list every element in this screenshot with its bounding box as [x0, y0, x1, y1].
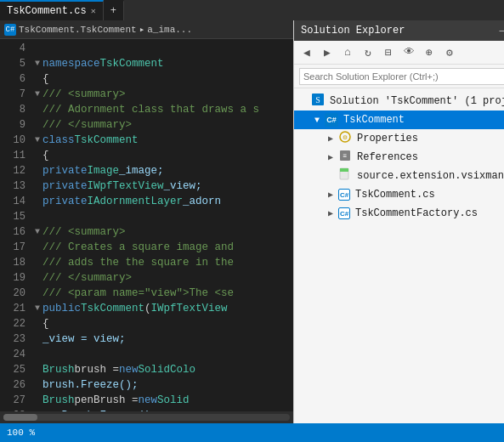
scroll-thumb[interactable]	[3, 414, 37, 421]
tab-new[interactable]: +	[104, 0, 124, 20]
se-tree[interactable]: SSolution 'TskComment' (1 project)▼C#Tsk…	[294, 88, 504, 423]
fold-icon[interactable]	[32, 43, 42, 54]
fold-icon[interactable]	[32, 258, 42, 268]
tree-item-label: References	[357, 151, 418, 163]
refresh-button[interactable]: ↻	[359, 43, 377, 62]
back-button[interactable]: ◀	[297, 43, 316, 62]
fold-icon[interactable]	[32, 288, 42, 298]
show-all-button[interactable]: 👁	[399, 43, 418, 62]
fold-icon[interactable]	[32, 395, 42, 405]
fold-icon[interactable]	[32, 319, 42, 329]
tab-tskcomment[interactable]: TskComment.cs ✕	[0, 0, 104, 20]
solution-explorer: Solution Explorer — 📌 ✕ ◀ ▶ ⌂ ↻ ⊟ 👁 ⊕ ⚙ …	[293, 20, 504, 423]
status-bar: 100 %	[0, 423, 504, 442]
code-token: _view = view;	[42, 332, 126, 347]
line-numbers: 4567891011121314151617181920212223242526…	[0, 39, 32, 411]
fold-icon[interactable]	[32, 166, 42, 176]
code-line	[32, 209, 293, 224]
code-line: brush.Freeze();	[32, 377, 293, 393]
tree-item-icon: C#	[325, 113, 338, 127]
se-search-bar: 🔍	[294, 65, 504, 88]
fold-icon[interactable]	[32, 181, 42, 191]
code-token: Image	[88, 163, 120, 178]
fold-icon[interactable]	[32, 150, 42, 161]
tree-item[interactable]: ▶⚙Properties	[294, 129, 504, 148]
code-editor[interactable]: 4567891011121314151617181920212223242526…	[0, 39, 293, 411]
code-token: brush.Freeze();	[42, 377, 139, 393]
tree-expand-icon[interactable]: ▶	[325, 151, 337, 163]
tab-close-icon[interactable]: ✕	[91, 6, 96, 16]
scroll-track[interactable]	[3, 414, 290, 421]
fold-icon[interactable]: ▼	[32, 89, 42, 99]
fold-icon[interactable]: ▼	[32, 227, 42, 237]
tree-expand-icon[interactable]: ▶	[325, 133, 337, 144]
fold-icon[interactable]	[32, 411, 42, 411]
tree-item[interactable]: SSolution 'TskComment' (1 project)	[294, 92, 504, 110]
settings-button[interactable]: ⚙	[440, 43, 459, 62]
svg-text:S: S	[315, 95, 320, 105]
fold-icon[interactable]	[32, 242, 42, 252]
code-token: _image;	[119, 163, 164, 178]
code-token: penBrush =	[75, 393, 139, 408]
se-title-label: Solution Explorer	[301, 25, 405, 37]
fold-icon[interactable]	[32, 273, 42, 283]
fold-icon[interactable]: ▼	[32, 135, 42, 145]
code-line: /// Adornment class that draws a s	[32, 102, 293, 117]
tree-item[interactable]: ▶C#TskCommentFactory.cs	[294, 204, 504, 223]
tree-item[interactable]: ▼C#TskComment	[294, 110, 504, 129]
code-lines[interactable]: ▼namespace TskComment {▼ /// <summary> /…	[32, 39, 293, 411]
tree-item-icon: ≡	[338, 149, 352, 166]
tree-item-label: Solution 'TskComment' (1 project)	[330, 95, 504, 107]
tree-item[interactable]: source.extension.vsixmanifest	[294, 167, 504, 185]
tree-item[interactable]: ▶C#TskComment.cs	[294, 185, 504, 204]
tree-item-icon: C#	[338, 207, 350, 220]
collapse-button[interactable]: ⊟	[379, 43, 398, 62]
code-line: {	[32, 71, 293, 87]
code-line: /// adds the the square in the	[32, 255, 293, 270]
fold-icon[interactable]	[32, 74, 42, 84]
code-token: class	[42, 133, 75, 148]
tree-expand-icon[interactable]: ▶	[325, 207, 337, 219]
code-token: {	[42, 71, 49, 87]
breadcrumb: C# TskComment.TskComment ▸ a_ima...	[0, 20, 293, 39]
fold-icon[interactable]	[32, 334, 42, 344]
tree-item-label: TskComment	[343, 114, 405, 126]
code-line: ▼ class TskComment	[32, 133, 293, 148]
fold-icon[interactable]	[32, 105, 42, 115]
svg-rect-7	[340, 168, 348, 172]
fold-icon[interactable]	[32, 380, 42, 390]
fold-icon[interactable]	[32, 120, 42, 130]
home-button[interactable]: ⌂	[338, 43, 357, 62]
tree-expand-icon[interactable]: ▼	[311, 114, 323, 126]
code-token: Brush	[42, 393, 75, 408]
tree-item-icon: C#	[338, 189, 350, 201]
tree-item-label: TskCommentFactory.cs	[355, 207, 478, 219]
se-title-bar: Solution Explorer — 📌 ✕	[294, 20, 504, 41]
fold-icon[interactable]	[32, 365, 42, 375]
tree-expand-icon[interactable]	[325, 170, 337, 182]
fold-icon[interactable]: ▼	[32, 303, 42, 314]
fold-icon[interactable]	[32, 349, 42, 360]
fold-icon[interactable]	[32, 196, 42, 207]
code-line: /// </summary>	[32, 270, 293, 286]
code-token: private	[42, 163, 88, 178]
tree-expand-icon[interactable]: ▶	[325, 189, 337, 201]
fold-icon[interactable]	[32, 212, 42, 222]
editor-scrollbar[interactable]	[0, 411, 293, 423]
code-token: TskComment	[75, 133, 139, 148]
search-input[interactable]	[299, 68, 504, 85]
code-token: Brush	[42, 362, 75, 377]
forward-button[interactable]: ▶	[318, 43, 337, 62]
code-line: {	[32, 148, 293, 163]
tab-new-label: +	[110, 5, 116, 17]
tree-item[interactable]: ▶≡References	[294, 148, 504, 167]
tree-expand-icon[interactable]	[297, 95, 309, 107]
fold-icon[interactable]: ▼	[32, 59, 42, 69]
tab-label: TskComment.cs	[7, 5, 87, 17]
se-minimize-btn[interactable]: —	[500, 26, 504, 36]
code-line: private IAdornmentLayer _adorn	[32, 194, 293, 209]
code-token: _adorn	[183, 194, 221, 209]
filter-button[interactable]: ⊕	[420, 43, 439, 62]
breadcrumb-member: a_ima...	[147, 25, 192, 35]
editor-panel: C# TskComment.TskComment ▸ a_ima... 4567…	[0, 20, 293, 423]
